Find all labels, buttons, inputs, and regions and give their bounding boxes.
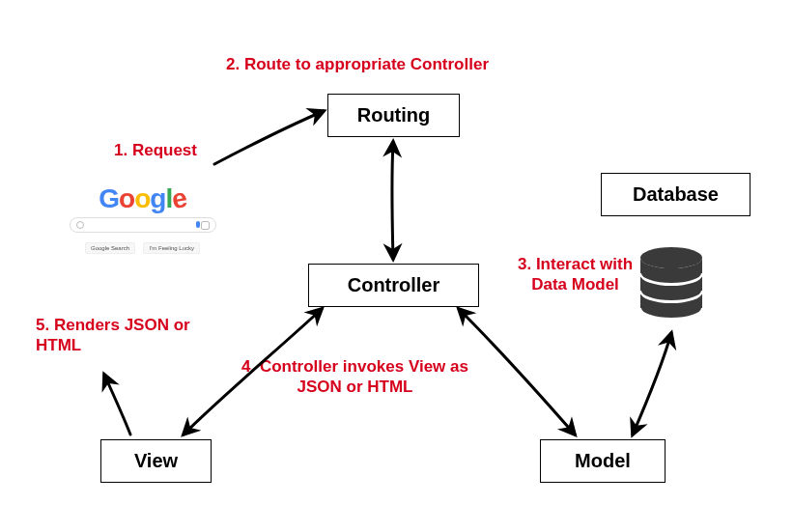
step-4-label: 4. Controller invokes View as JSON or HT…	[241, 356, 468, 398]
controller-box: Controller	[308, 264, 479, 307]
step-5-label: 5. Renders JSON or HTML	[36, 315, 214, 356]
arrow-model-database	[633, 333, 671, 434]
arrow-view-client	[104, 375, 130, 434]
mvc-diagram: Routing Controller View Model Database 1…	[0, 0, 793, 532]
view-box: View	[100, 439, 212, 483]
browser-client-icon: Google Google Search I'm Feeling Lucky	[58, 183, 227, 261]
google-letter: G	[99, 183, 119, 214]
google-letter: o	[119, 183, 134, 214]
routing-box: Routing	[327, 94, 460, 137]
database-icon	[637, 246, 705, 328]
arrow-routing-controller	[392, 142, 393, 259]
model-box: Model	[540, 439, 666, 483]
step-3-label: 3. Interact with Data Model	[500, 254, 650, 295]
google-letter: e	[169, 182, 188, 215]
svg-point-0	[640, 247, 702, 268]
google-letter: g	[150, 183, 165, 214]
google-letter: o	[134, 183, 150, 214]
step-1-label: 1. Request	[114, 140, 197, 160]
arrow-request	[214, 111, 324, 164]
arrow-controller-model	[459, 309, 575, 434]
google-search-btn: Google Search	[85, 242, 135, 254]
lucky-btn: I'm Feeling Lucky	[143, 242, 200, 254]
step-2-label: 2. Route to appropriate Controller	[226, 54, 489, 74]
google-logo: Google	[58, 183, 227, 214]
database-box: Database	[601, 173, 751, 216]
google-buttons: Google Search I'm Feeling Lucky	[58, 237, 227, 254]
search-bar-icon	[70, 217, 216, 233]
